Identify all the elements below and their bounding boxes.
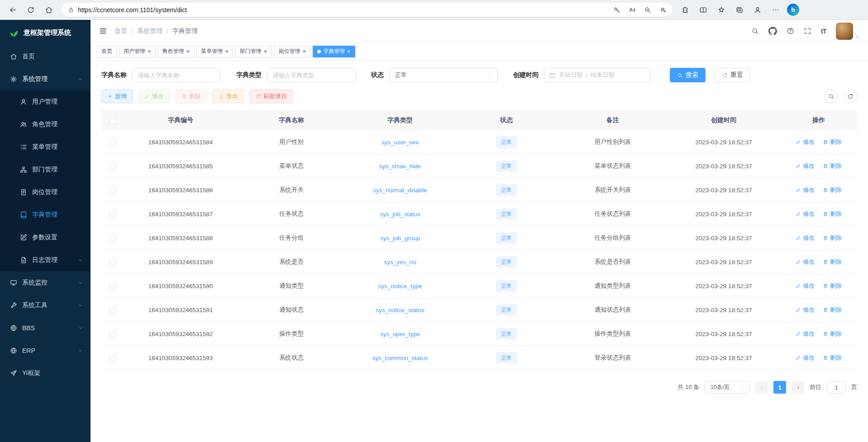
key-icon[interactable]	[609, 4, 625, 16]
row-checkbox[interactable]	[110, 139, 116, 146]
bing-icon[interactable]: b	[787, 4, 799, 16]
view-tab-3[interactable]: 菜单管理×	[196, 46, 233, 57]
github-icon[interactable]	[768, 27, 777, 35]
sidebar-item-yi[interactable]: Yi框架	[0, 362, 91, 385]
row-checkbox[interactable]	[110, 211, 116, 218]
dict-type-link[interactable]: sys_show_hide	[379, 163, 421, 170]
dict-type-link[interactable]: sys_common_status	[372, 355, 428, 361]
close-icon[interactable]: ×	[264, 48, 267, 54]
sidebar-item-dict[interactable]: 字典管理	[0, 204, 91, 226]
refresh-cache-button[interactable]: 刷新缓存	[250, 90, 293, 103]
edit-row-link[interactable]: 修改	[796, 354, 815, 362]
dict-type-link[interactable]: sys_job_group	[380, 235, 420, 242]
edit-row-link[interactable]: 修改	[796, 162, 815, 170]
delete-row-link[interactable]: 删除	[823, 186, 842, 194]
row-checkbox[interactable]	[110, 163, 116, 170]
status-select[interactable]: 正常	[389, 68, 498, 82]
collections-icon[interactable]	[730, 2, 749, 18]
refresh-table-button[interactable]	[844, 90, 857, 103]
search-icon[interactable]	[751, 27, 759, 35]
home-icon[interactable]	[40, 2, 58, 18]
back-icon[interactable]	[4, 2, 22, 18]
sidebar-item-bbs[interactable]: BBS	[0, 317, 91, 339]
prev-page-button[interactable]	[755, 381, 768, 394]
dict-type-link[interactable]: sys_user_sex	[382, 139, 419, 146]
breadcrumb-item[interactable]: 首页	[114, 27, 127, 35]
close-icon[interactable]: ×	[225, 48, 229, 54]
sidebar-item-log[interactable]: 日志管理	[0, 249, 91, 271]
row-checkbox[interactable]	[110, 331, 116, 337]
breadcrumb-item[interactable]: 系统管理	[137, 27, 162, 35]
delete-row-link[interactable]: 删除	[823, 162, 842, 170]
more-icon[interactable]	[767, 2, 785, 18]
row-checkbox[interactable]	[110, 187, 116, 194]
dict-type-link[interactable]: sys_oper_type	[380, 331, 420, 337]
add-button[interactable]: 新增	[101, 90, 133, 103]
sidebar-item-role[interactable]: 角色管理	[0, 113, 91, 136]
edit-row-link[interactable]: 修改	[796, 234, 815, 242]
zoom-out-icon[interactable]	[640, 4, 655, 16]
sidebar-item-dept[interactable]: 部门管理	[0, 158, 91, 181]
sidebar-item-config[interactable]: 参数设置	[0, 226, 91, 249]
date-range-picker[interactable]: 开始日期 - 结束日期	[544, 68, 651, 82]
delete-row-link[interactable]: 删除	[823, 258, 842, 266]
sidebar-item-erp[interactable]: ERP	[0, 339, 91, 362]
delete-row-link[interactable]: 删除	[823, 210, 842, 218]
help-icon[interactable]	[787, 27, 794, 35]
delete-button[interactable]: 删除	[176, 90, 207, 103]
sidebar-item-post[interactable]: 岗位管理	[0, 181, 91, 204]
dict-type-link[interactable]: sys_notice_status	[376, 307, 424, 314]
sidebar-item-tool[interactable]: 系统工具	[0, 294, 91, 317]
dict-name-input[interactable]	[132, 68, 221, 82]
dict-type-link[interactable]: sys_notice_type	[378, 283, 422, 290]
sidebar-item-home[interactable]: 首页	[0, 45, 91, 68]
fullscreen-icon[interactable]	[804, 27, 811, 35]
user-menu[interactable]	[836, 23, 860, 40]
close-icon[interactable]: ×	[186, 48, 190, 54]
font-size-icon[interactable]: tT	[821, 27, 826, 35]
edit-row-link[interactable]: 修改	[796, 282, 815, 290]
read-aloud-icon[interactable]	[625, 4, 640, 16]
close-icon[interactable]: ×	[302, 48, 306, 54]
sidebar-item-menu[interactable]: 菜单管理	[0, 136, 91, 158]
dict-type-link[interactable]: sys_job_status	[380, 211, 420, 218]
row-checkbox[interactable]	[110, 307, 116, 314]
row-checkbox[interactable]	[110, 235, 116, 242]
reset-button[interactable]: 重置	[715, 68, 750, 82]
sidebar-toggle-icon[interactable]	[99, 27, 107, 35]
delete-row-link[interactable]: 删除	[823, 282, 842, 290]
current-page[interactable]: 1	[773, 381, 786, 394]
goto-page-input[interactable]	[827, 381, 846, 394]
toggle-search-button[interactable]	[825, 90, 838, 103]
sidebar-item-user[interactable]: 用户管理	[0, 90, 91, 113]
delete-row-link[interactable]: 删除	[823, 354, 842, 362]
edit-row-link[interactable]: 修改	[796, 186, 815, 194]
avatar[interactable]	[836, 23, 853, 40]
refresh-icon[interactable]	[22, 2, 40, 18]
favorites-bar-icon[interactable]	[712, 2, 730, 18]
extensions-icon[interactable]	[676, 2, 694, 18]
edit-button[interactable]: 修改	[138, 90, 170, 103]
next-page-button[interactable]	[792, 381, 804, 394]
edit-row-link[interactable]: 修改	[796, 306, 815, 314]
delete-row-link[interactable]: 删除	[823, 234, 842, 242]
select-all-checkbox[interactable]	[110, 118, 116, 124]
delete-row-link[interactable]: 删除	[823, 330, 842, 338]
export-button[interactable]: 导出	[213, 90, 244, 103]
view-tab-6[interactable]: 字典管理×	[313, 46, 355, 57]
sidebar-item-system[interactable]: 系统管理	[0, 68, 91, 90]
close-icon[interactable]: ×	[148, 48, 151, 54]
view-tab-0[interactable]: 首页	[97, 46, 117, 57]
row-checkbox[interactable]	[110, 355, 116, 361]
close-icon[interactable]: ×	[347, 48, 351, 54]
view-tab-4[interactable]: 部门管理×	[235, 46, 272, 57]
edit-row-link[interactable]: 修改	[796, 330, 815, 338]
sidebar-item-monitor[interactable]: 系统监控	[0, 271, 91, 294]
edit-row-link[interactable]: 修改	[796, 210, 815, 218]
page-size-select[interactable]: 10条/页	[705, 381, 750, 394]
row-checkbox[interactable]	[110, 283, 116, 290]
search-button[interactable]: 搜索	[670, 68, 706, 82]
view-tab-2[interactable]: 角色管理×	[158, 46, 195, 57]
dict-type-link[interactable]: sys_yes_no	[384, 259, 416, 266]
edit-row-link[interactable]: 修改	[796, 258, 815, 266]
